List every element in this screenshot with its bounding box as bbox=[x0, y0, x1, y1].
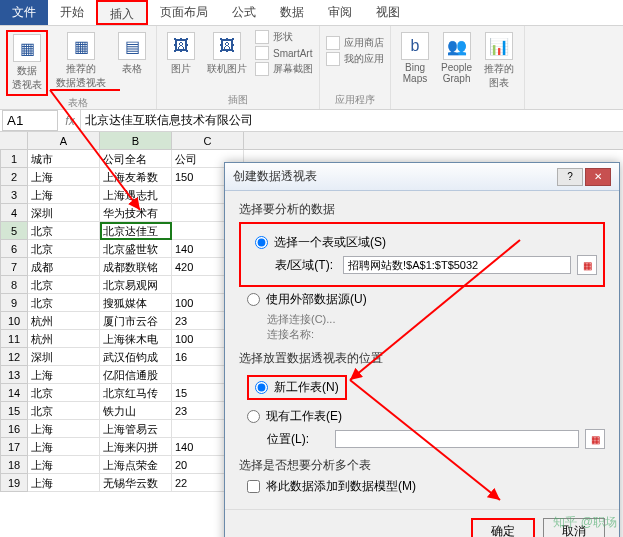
row-header[interactable]: 8 bbox=[0, 276, 28, 294]
cell[interactable]: 城市 bbox=[28, 150, 100, 168]
close-button[interactable]: ✕ bbox=[585, 168, 611, 186]
online-picture-button[interactable]: 🖼 联机图片 bbox=[203, 30, 251, 78]
cell[interactable]: 成都 bbox=[28, 258, 100, 276]
tab-file[interactable]: 文件 bbox=[0, 0, 48, 25]
screenshot-button[interactable]: 屏幕截图 bbox=[255, 62, 313, 76]
help-button[interactable]: ? bbox=[557, 168, 583, 186]
row-header[interactable]: 18 bbox=[0, 456, 28, 474]
cell[interactable]: 上海 bbox=[28, 438, 100, 456]
location-input[interactable] bbox=[335, 430, 579, 448]
cell[interactable]: 北京 bbox=[28, 276, 100, 294]
cell[interactable]: 上海 bbox=[28, 366, 100, 384]
col-A[interactable]: A bbox=[28, 132, 100, 149]
row-header[interactable]: 1 bbox=[0, 150, 28, 168]
row-header[interactable]: 7 bbox=[0, 258, 28, 276]
cell[interactable]: 北京红马传 bbox=[100, 384, 172, 402]
tab-review[interactable]: 审阅 bbox=[316, 0, 364, 25]
row-header[interactable]: 4 bbox=[0, 204, 28, 222]
cell[interactable]: 亿阳信通股 bbox=[100, 366, 172, 384]
cell[interactable]: 北京 bbox=[28, 402, 100, 420]
tab-insert[interactable]: 插入 bbox=[96, 0, 148, 25]
cell[interactable]: 华为技术有 bbox=[100, 204, 172, 222]
name-box[interactable] bbox=[2, 110, 58, 131]
tab-home[interactable]: 开始 bbox=[48, 0, 96, 25]
cell[interactable]: 北京 bbox=[28, 222, 100, 240]
tab-data[interactable]: 数据 bbox=[268, 0, 316, 25]
cell[interactable]: 上海遇志扎 bbox=[100, 186, 172, 204]
cell[interactable]: 武汉佰钧成 bbox=[100, 348, 172, 366]
cell[interactable]: 成都数联铭 bbox=[100, 258, 172, 276]
radio-external[interactable] bbox=[247, 293, 260, 306]
cell[interactable]: 杭州 bbox=[28, 330, 100, 348]
tab-formulas[interactable]: 公式 bbox=[220, 0, 268, 25]
cell[interactable]: 公司全名 bbox=[100, 150, 172, 168]
rec-charts-button[interactable]: 📊 推荐的 图表 bbox=[480, 30, 518, 92]
cell[interactable]: 北京易观网 bbox=[100, 276, 172, 294]
row-header[interactable]: 11 bbox=[0, 330, 28, 348]
select-all-corner[interactable] bbox=[0, 132, 28, 149]
cell[interactable]: 搜狐媒体 bbox=[100, 294, 172, 312]
cell[interactable]: 深圳 bbox=[28, 348, 100, 366]
picture-button[interactable]: 🖼 图片 bbox=[163, 30, 199, 78]
cell[interactable]: 上海管易云 bbox=[100, 420, 172, 438]
cell[interactable]: 北京 bbox=[28, 384, 100, 402]
smartart-button[interactable]: SmartArt bbox=[255, 46, 313, 60]
shapes-button[interactable]: 形状 bbox=[255, 30, 313, 44]
row-header[interactable]: 9 bbox=[0, 294, 28, 312]
row-header[interactable]: 13 bbox=[0, 366, 28, 384]
row-header[interactable]: 12 bbox=[0, 348, 28, 366]
radio-select-range[interactable] bbox=[255, 236, 268, 249]
cell[interactable]: 上海 bbox=[28, 456, 100, 474]
row-header[interactable]: 2 bbox=[0, 168, 28, 186]
opt-existing-sheet[interactable]: 现有工作表(E) bbox=[247, 408, 605, 425]
cell[interactable]: 北京 bbox=[28, 240, 100, 258]
cell[interactable]: 上海友希数 bbox=[100, 168, 172, 186]
row-header[interactable]: 6 bbox=[0, 240, 28, 258]
row-header[interactable]: 3 bbox=[0, 186, 28, 204]
app-store-button[interactable]: 应用商店 bbox=[326, 36, 384, 50]
opt-select-range[interactable]: 选择一个表或区域(S) bbox=[255, 234, 597, 251]
range-input[interactable] bbox=[343, 256, 571, 274]
row-header[interactable]: 19 bbox=[0, 474, 28, 492]
range-picker-button[interactable]: ▦ bbox=[577, 255, 597, 275]
radio-new-sheet[interactable] bbox=[255, 381, 268, 394]
my-apps-button[interactable]: 我的应用 bbox=[326, 52, 384, 66]
row-header[interactable]: 10 bbox=[0, 312, 28, 330]
cell[interactable]: 上海 bbox=[28, 186, 100, 204]
row-header[interactable]: 17 bbox=[0, 438, 28, 456]
row-header[interactable]: 16 bbox=[0, 420, 28, 438]
checkbox-data-model[interactable] bbox=[247, 480, 260, 493]
col-B[interactable]: B bbox=[100, 132, 172, 149]
cell[interactable]: 上海来闪拼 bbox=[100, 438, 172, 456]
col-C[interactable]: C bbox=[172, 132, 244, 149]
cell[interactable]: 厦门市云谷 bbox=[100, 312, 172, 330]
location-picker-button[interactable]: ▦ bbox=[585, 429, 605, 449]
cell[interactable]: 杭州 bbox=[28, 312, 100, 330]
cell[interactable]: 上海 bbox=[28, 420, 100, 438]
row-header[interactable]: 15 bbox=[0, 402, 28, 420]
tab-layout[interactable]: 页面布局 bbox=[148, 0, 220, 25]
row-header[interactable]: 14 bbox=[0, 384, 28, 402]
choose-connection-button[interactable]: 选择连接(C)... bbox=[267, 312, 605, 327]
people-graph-button[interactable]: 👥 People Graph bbox=[437, 30, 476, 92]
chk-data-model[interactable]: 将此数据添加到数据模型(M) bbox=[247, 478, 605, 495]
cell[interactable]: 上海 bbox=[28, 168, 100, 186]
cell[interactable]: 北京盛世软 bbox=[100, 240, 172, 258]
formula-value[interactable]: 北京达佳互联信息技术有限公司 bbox=[80, 110, 623, 131]
opt-new-sheet[interactable]: 新工作表(N) bbox=[247, 375, 347, 400]
recommended-pivot-button[interactable]: ▦ 推荐的 数据透视表 bbox=[52, 30, 110, 96]
cell[interactable]: 铁力山 bbox=[100, 402, 172, 420]
radio-existing-sheet[interactable] bbox=[247, 410, 260, 423]
opt-external[interactable]: 使用外部数据源(U) bbox=[247, 291, 605, 308]
cell[interactable]: 北京达佳互 bbox=[100, 222, 172, 240]
cell[interactable]: 深圳 bbox=[28, 204, 100, 222]
table-button[interactable]: ▤ 表格 bbox=[114, 30, 150, 96]
fx-label[interactable]: fx bbox=[60, 114, 80, 128]
cell[interactable]: 北京 bbox=[28, 294, 100, 312]
cell[interactable]: 上海 bbox=[28, 474, 100, 492]
cell[interactable]: 无锡华云数 bbox=[100, 474, 172, 492]
cell[interactable]: 上海徕木电 bbox=[100, 330, 172, 348]
cell[interactable]: 上海点荣金 bbox=[100, 456, 172, 474]
tab-view[interactable]: 视图 bbox=[364, 0, 412, 25]
ok-button[interactable]: 确定 bbox=[471, 518, 535, 537]
